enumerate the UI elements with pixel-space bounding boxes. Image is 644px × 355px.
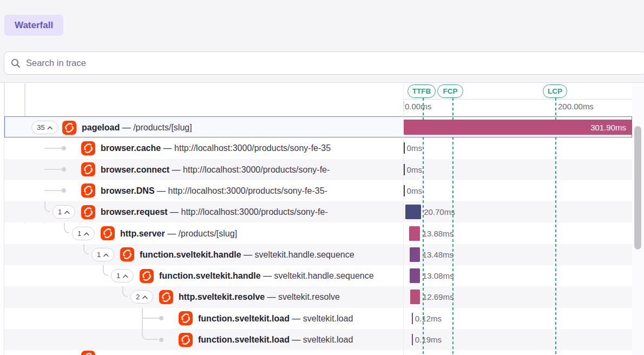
span-duration-label: 301.90ms bbox=[590, 120, 630, 135]
span-description: http://localhost:3000/products/sony-fe- bbox=[181, 207, 328, 216]
span-separator: — bbox=[261, 271, 274, 280]
tree-elbow bbox=[64, 223, 69, 234]
span-zero-tick[interactable] bbox=[412, 313, 413, 324]
children-count: 1 bbox=[97, 251, 101, 259]
span-description: sveltekit.handle.sequence bbox=[274, 271, 373, 280]
span-tree-cell: 1function.sveltekit.handle — sveltekit.h… bbox=[4, 244, 403, 265]
span-duration-bar[interactable] bbox=[410, 247, 420, 262]
span-children-badge[interactable]: 1 bbox=[52, 205, 75, 219]
span-duration-bar[interactable] bbox=[410, 290, 420, 304]
span-op: browser.cache bbox=[101, 143, 161, 153]
span-tree-cell: browser.connect — http://localhost:3000/… bbox=[4, 159, 403, 180]
span-row-partial[interactable] bbox=[4, 350, 632, 355]
span-children-badge[interactable]: 1 bbox=[91, 248, 114, 261]
span-op: browser.DNS bbox=[101, 186, 155, 195]
scrollbar-track[interactable] bbox=[632, 83, 644, 355]
tree-dot bbox=[62, 146, 66, 150]
chevron-up-icon bbox=[103, 251, 109, 259]
span-duration-label: 13.08ms bbox=[423, 265, 454, 286]
span-tree-cell: 2http.sveltekit.resolve — sveltekit.reso… bbox=[4, 286, 403, 307]
children-count: 2 bbox=[136, 293, 140, 301]
vital-pill-ttfb[interactable]: TTFB bbox=[408, 84, 436, 98]
span-separator: — bbox=[161, 143, 174, 153]
span-tree-rows: 35pageload — /products/[slug]301.90msbro… bbox=[4, 116, 632, 355]
span-tree-cell: 1browser.request — http://localhost:3000… bbox=[4, 201, 403, 222]
span-op: function.sveltekit.load bbox=[198, 335, 290, 344]
axis-start-label: 0.00ms bbox=[405, 102, 431, 111]
span-op: function.sveltekit.load bbox=[198, 314, 290, 323]
vital-pill-fcp[interactable]: FCP bbox=[437, 84, 463, 98]
span-zero-tick[interactable] bbox=[412, 334, 413, 345]
span-row-function.sveltekit.load[interactable]: function.sveltekit.load — sveltekit.load… bbox=[4, 308, 632, 329]
chevron-up-icon bbox=[48, 123, 53, 132]
children-count: 1 bbox=[116, 272, 120, 280]
span-children-badge[interactable]: 2 bbox=[130, 290, 153, 304]
span-row-http.sveltekit.resolve[interactable]: 2http.sveltekit.resolve — sveltekit.reso… bbox=[4, 286, 632, 307]
span-duration-label: 0ms bbox=[407, 180, 422, 201]
search-bar[interactable] bbox=[4, 51, 644, 75]
span-separator: — bbox=[168, 207, 181, 216]
span-children-badge[interactable]: 1 bbox=[111, 269, 134, 282]
span-duration-label: 12.69ms bbox=[423, 286, 454, 307]
tree-dot bbox=[159, 316, 163, 320]
span-description: sveltekit.resolve bbox=[278, 292, 340, 301]
tree-elbow bbox=[44, 201, 50, 212]
span-op: browser.connect bbox=[101, 165, 169, 174]
span-row-browser.connect[interactable]: browser.connect — http://localhost:3000/… bbox=[4, 159, 632, 180]
span-tree-cell: 35pageload — /products/[slug] bbox=[5, 117, 404, 137]
chevron-up-icon bbox=[64, 208, 70, 216]
span-description: http://localhost:3000/products/sony-fe- bbox=[183, 165, 330, 174]
span-separator: — bbox=[169, 165, 183, 174]
span-tree-cell bbox=[4, 350, 403, 355]
span-zero-tick[interactable] bbox=[404, 142, 405, 154]
span-duration-bar[interactable] bbox=[409, 226, 420, 241]
tree-connector bbox=[44, 190, 62, 191]
span-op: http.server bbox=[120, 229, 165, 238]
span-description: http://localhost:3000/products/sony-fe-3… bbox=[174, 143, 331, 153]
span-separator: — bbox=[265, 292, 278, 301]
span-tree-cell: browser.cache — http://localhost:3000/pr… bbox=[4, 137, 403, 159]
span-row-browser.cache[interactable]: browser.cache — http://localhost:3000/pr… bbox=[4, 137, 632, 159]
span-op: function.sveltekit.handle bbox=[159, 271, 261, 280]
tree-dot bbox=[159, 338, 163, 342]
span-row-function.sveltekit.handle[interactable]: 1function.sveltekit.handle — sveltekit.h… bbox=[4, 244, 632, 265]
span-row-http.server[interactable]: 1http.server — /products/[slug]13.88ms bbox=[4, 223, 632, 244]
span-row-function.sveltekit.handle[interactable]: 1function.sveltekit.handle — sveltekit.h… bbox=[4, 265, 632, 286]
span-description: /products/[slug] bbox=[179, 229, 238, 238]
span-row-pageload[interactable]: 35pageload — /products/[slug]301.90ms bbox=[4, 116, 632, 137]
span-zero-tick[interactable] bbox=[404, 164, 405, 175]
tree-dot bbox=[62, 167, 66, 172]
vital-line-lcp bbox=[555, 98, 556, 355]
span-description: sveltekit.load bbox=[303, 314, 353, 323]
span-zero-tick[interactable] bbox=[404, 185, 405, 196]
tree-elbow bbox=[122, 286, 128, 297]
vital-pill-lcp[interactable]: LCP bbox=[543, 84, 567, 98]
chevron-up-icon bbox=[123, 272, 128, 280]
span-op: http.sveltekit.resolve bbox=[179, 292, 265, 301]
span-children-badge[interactable]: 35 bbox=[31, 121, 58, 134]
span-separator: — bbox=[290, 335, 303, 344]
children-count: 1 bbox=[58, 208, 62, 216]
span-duration-bar[interactable] bbox=[410, 268, 419, 283]
span-separator: — bbox=[165, 229, 179, 238]
span-children-badge[interactable]: 1 bbox=[72, 227, 95, 240]
span-duration-label: 0ms bbox=[407, 137, 422, 159]
tab-waterfall[interactable]: Waterfall bbox=[4, 15, 63, 36]
scrollbar-thumb[interactable] bbox=[634, 126, 641, 249]
span-tree-cell: function.sveltekit.load — sveltekit.load bbox=[4, 308, 403, 329]
span-description: http://localhost:3000/products/sony-fe-3… bbox=[168, 186, 327, 195]
span-op: function.sveltekit.handle bbox=[140, 250, 241, 259]
span-row-browser.request[interactable]: 1browser.request — http://localhost:3000… bbox=[4, 201, 632, 222]
tree-elbow bbox=[142, 329, 158, 340]
span-row-function.sveltekit.load[interactable]: function.sveltekit.load — sveltekit.load… bbox=[4, 329, 632, 350]
chevron-up-icon bbox=[84, 229, 89, 238]
span-row-browser.DNS[interactable]: browser.DNS — http://localhost:3000/prod… bbox=[4, 180, 632, 201]
span-separator: — bbox=[290, 314, 303, 323]
span-op: pageload bbox=[82, 123, 120, 132]
search-input[interactable] bbox=[26, 58, 639, 68]
span-tree-cell: 1http.server — /products/[slug] bbox=[4, 223, 403, 244]
tree-connector bbox=[44, 148, 62, 149]
children-count: 1 bbox=[77, 229, 81, 238]
tree-connector bbox=[44, 169, 62, 170]
span-duration-bar[interactable] bbox=[405, 205, 421, 219]
